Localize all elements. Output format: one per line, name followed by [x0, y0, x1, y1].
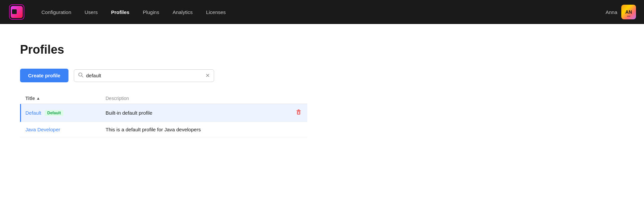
table-row: Java Developer This is a default profile… — [20, 122, 307, 137]
avatar-initials: AN — [625, 9, 632, 15]
avatar[interactable]: AN — [621, 5, 636, 19]
page-title: Profiles — [20, 43, 624, 57]
row-title-cell: Java Developer — [25, 127, 106, 132]
profile-link-default[interactable]: Default — [25, 110, 41, 116]
app-logo[interactable] — [8, 3, 25, 21]
row-actions — [295, 109, 302, 117]
search-input[interactable] — [86, 73, 203, 78]
nav-item-configuration[interactable]: Configuration — [36, 7, 76, 18]
navbar-user: Anna AN — [606, 5, 636, 19]
table-header: Title ▲ Description — [20, 93, 307, 104]
toolbar: Create profile ✕ — [20, 69, 624, 82]
default-badge: Default — [45, 110, 64, 116]
search-container: ✕ — [74, 69, 214, 82]
svg-rect-3 — [12, 9, 17, 14]
row-description: This is a default profile for Java devel… — [106, 127, 302, 132]
navbar-username: Anna — [606, 9, 617, 15]
nav-item-profiles[interactable]: Profiles — [106, 7, 135, 18]
sort-asc-icon: ▲ — [36, 96, 40, 101]
nav-item-users[interactable]: Users — [79, 7, 103, 18]
create-profile-button[interactable]: Create profile — [20, 69, 68, 82]
profiles-table: Title ▲ Description Default Default Buil… — [20, 93, 307, 137]
navbar-nav: Configuration Users Profiles Plugins Ana… — [36, 7, 606, 18]
column-title-label: Title — [25, 96, 35, 101]
svg-rect-8 — [298, 110, 299, 111]
search-icon — [78, 72, 84, 79]
column-description: Description — [106, 96, 302, 101]
nav-item-analytics[interactable]: Analytics — [167, 7, 198, 18]
search-clear-icon[interactable]: ✕ — [205, 73, 210, 78]
navbar: Configuration Users Profiles Plugins Ana… — [0, 0, 644, 24]
row-description: Built-in default profile — [106, 110, 295, 116]
table-row: Default Default Built-in default profile — [20, 104, 307, 122]
nav-item-plugins[interactable]: Plugins — [137, 7, 164, 18]
profile-link-java-developer[interactable]: Java Developer — [25, 127, 60, 132]
main-content: Profiles Create profile ✕ Title ▲ Descri… — [0, 24, 644, 151]
row-title-cell: Default Default — [25, 110, 106, 116]
nav-item-licenses[interactable]: Licenses — [201, 7, 231, 18]
svg-rect-6 — [297, 111, 300, 114]
svg-line-5 — [82, 76, 83, 77]
delete-icon[interactable] — [295, 109, 302, 117]
column-title[interactable]: Title ▲ — [25, 96, 106, 101]
